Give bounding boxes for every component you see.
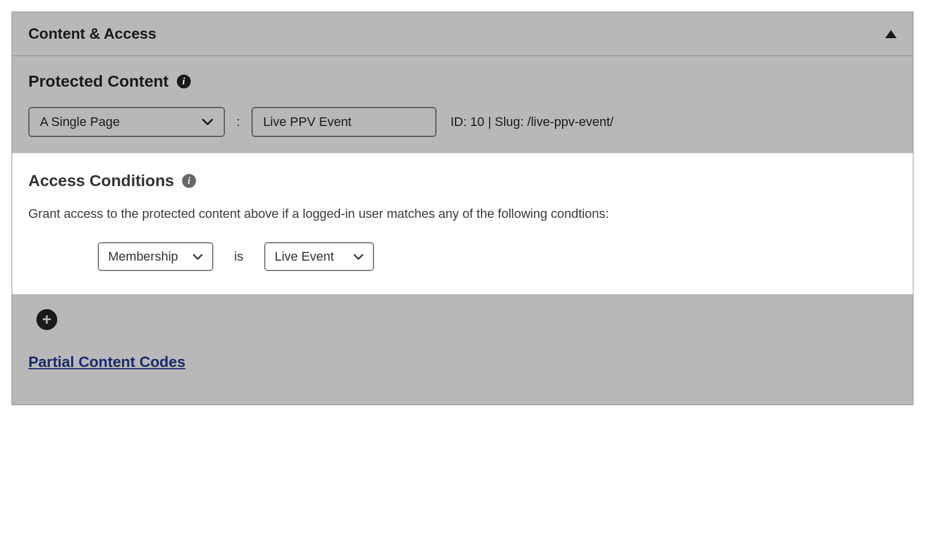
info-icon[interactable]: i <box>177 75 191 88</box>
content-type-select[interactable]: A Single Page <box>28 107 225 137</box>
protected-content-row: A Single Page : Live PPV Event ID: 10 | … <box>28 107 897 137</box>
content-type-value: A Single Page <box>40 114 120 129</box>
content-item-value: Live PPV Event <box>263 114 352 129</box>
access-conditions-title: Access Conditions <box>28 172 174 190</box>
protected-content-heading: Protected Content i <box>28 72 897 91</box>
condition-operator: is <box>234 249 243 264</box>
chevron-down-icon <box>353 254 364 260</box>
condition-value-select[interactable]: Live Event <box>264 242 374 271</box>
content-meta: ID: 10 | Slug: /live-ppv-event/ <box>450 114 613 129</box>
condition-field-value: Membership <box>108 249 193 264</box>
panel-header[interactable]: Content & Access <box>12 12 913 56</box>
condition-value-text: Live Event <box>275 249 334 264</box>
add-condition-button[interactable] <box>36 309 57 330</box>
condition-row: Membership is Live Event <box>98 242 897 271</box>
partial-content-codes-link[interactable]: Partial Content Codes <box>28 353 186 371</box>
access-conditions-heading: Access Conditions i <box>28 172 897 190</box>
content-access-panel: Content & Access Protected Content i A S… <box>12 12 913 405</box>
access-description: Grant access to the protected content ab… <box>28 206 897 221</box>
panel-body: Protected Content i A Single Page : Live… <box>12 56 913 405</box>
panel-title: Content & Access <box>28 25 157 43</box>
access-conditions-section: Access Conditions i Grant access to the … <box>12 153 913 294</box>
chevron-down-icon <box>193 254 203 260</box>
protected-content-title: Protected Content <box>28 72 169 91</box>
info-icon[interactable]: i <box>182 174 196 188</box>
content-item-select[interactable]: Live PPV Event <box>251 107 436 137</box>
chevron-down-icon <box>202 118 213 125</box>
condition-field-select[interactable]: Membership <box>98 242 213 271</box>
collapse-caret-icon <box>885 30 897 38</box>
colon-separator: : <box>234 114 242 129</box>
